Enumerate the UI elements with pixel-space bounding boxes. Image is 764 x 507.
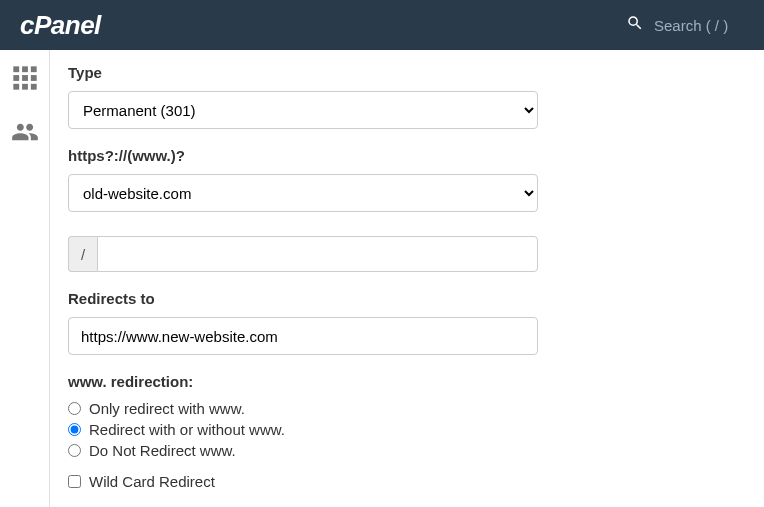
wildcard-checkbox[interactable]	[68, 475, 81, 488]
path-group: /	[68, 236, 538, 272]
top-bar: cPanel	[0, 0, 764, 50]
search-icon[interactable]	[626, 14, 644, 36]
svg-rect-2	[30, 66, 36, 72]
path-input[interactable]	[97, 236, 538, 272]
svg-rect-3	[13, 75, 19, 81]
svg-rect-5	[30, 75, 36, 81]
www-radio-both[interactable]	[68, 423, 81, 436]
svg-rect-6	[13, 84, 19, 90]
brand-text: cPanel	[20, 10, 101, 41]
redirects-to-label: Redirects to	[68, 290, 746, 307]
svg-rect-4	[22, 75, 28, 81]
users-icon[interactable]	[11, 118, 39, 150]
svg-rect-7	[22, 84, 28, 90]
brand-logo: cPanel	[20, 10, 101, 41]
www-radio-none[interactable]	[68, 444, 81, 457]
svg-rect-1	[22, 66, 28, 72]
svg-rect-8	[30, 84, 36, 90]
www-option-both[interactable]: Redirect with or without www.	[68, 421, 746, 438]
www-radio-only[interactable]	[68, 402, 81, 415]
path-prefix: /	[68, 236, 97, 272]
search-wrap	[626, 14, 744, 36]
www-option-only[interactable]: Only redirect with www.	[68, 400, 746, 417]
grid-icon[interactable]	[11, 64, 39, 96]
www-redirection-label: www. redirection:	[68, 373, 746, 390]
wildcard-label: Wild Card Redirect	[89, 473, 215, 490]
www-radio-both-label: Redirect with or without www.	[89, 421, 285, 438]
type-select[interactable]: Permanent (301)	[68, 91, 538, 129]
domain-select[interactable]: old-website.com	[68, 174, 538, 212]
form-content: Type Permanent (301) https?://(www.)? ol…	[50, 50, 764, 507]
type-label: Type	[68, 64, 746, 81]
sidebar	[0, 50, 50, 507]
www-radio-only-label: Only redirect with www.	[89, 400, 245, 417]
search-input[interactable]	[654, 17, 744, 34]
www-option-none[interactable]: Do Not Redirect www.	[68, 442, 746, 459]
www-radio-none-label: Do Not Redirect www.	[89, 442, 236, 459]
wildcard-row[interactable]: Wild Card Redirect	[68, 473, 746, 490]
redirects-to-input[interactable]	[68, 317, 538, 355]
domain-label: https?://(www.)?	[68, 147, 746, 164]
svg-rect-0	[13, 66, 19, 72]
